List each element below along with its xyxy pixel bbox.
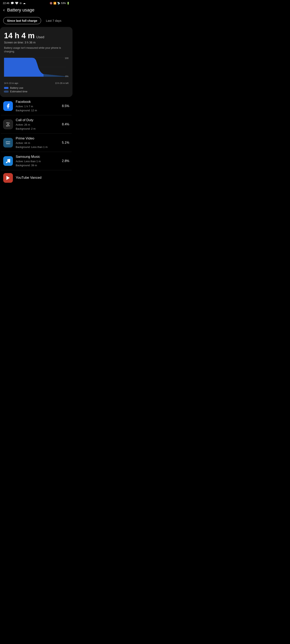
- header: ‹ Battery usage: [0, 6, 73, 16]
- svg-point-9: [6, 162, 8, 163]
- samsung-music-info: Samsung Music Active: Less than 1 m Back…: [16, 155, 57, 167]
- youtube-vanced-info: YouTube Vanced: [16, 176, 69, 180]
- prime-info: Prime Video Active: 44 m Background: Les…: [16, 136, 57, 149]
- youtube-vanced-name: YouTube Vanced: [16, 176, 69, 180]
- facebook-active: Active: 1 h 7 m: [16, 104, 57, 108]
- legend-battery-use: Battery use: [4, 86, 69, 89]
- cod-name: Call of Duty: [16, 118, 57, 122]
- prime-icon-text: primevideo: [6, 141, 10, 145]
- samsung-music-background: Background: 39 m: [16, 164, 57, 168]
- app-item-youtube-vanced[interactable]: YouTube Vanced: [1, 170, 72, 186]
- battery-chart: 100 0%: [4, 57, 69, 81]
- samsung-music-icon: [3, 156, 13, 166]
- tab-last-7-days[interactable]: Last 7 days: [45, 17, 62, 24]
- battery-notice: Battery usage isn't measured while your …: [4, 46, 69, 53]
- prime-pct: 5.1%: [60, 141, 69, 144]
- cod-icon-text: CALLOFDUTY: [6, 122, 10, 127]
- cod-info: Call of Duty Active: 26 m Background: 2 …: [16, 118, 57, 130]
- tab-since-last-charge[interactable]: Since last full charge: [3, 17, 41, 24]
- time-used-big: 14 h 4 m: [4, 32, 35, 40]
- facebook-info: Facebook Active: 1 h 7 m Background: 12 …: [16, 100, 57, 112]
- svg-marker-8: [43, 74, 69, 77]
- svg-point-10: [9, 162, 10, 163]
- page-title: Battery usage: [7, 8, 35, 13]
- facebook-pct: 8.5%: [60, 104, 69, 108]
- legend-striped-icon: [4, 90, 9, 92]
- time-used-row: 14 h 4 m Used: [4, 32, 69, 40]
- app-item-prime[interactable]: primevideo Prime Video Active: 44 m Back…: [1, 134, 72, 152]
- battery-summary-card: 14 h 4 m Used Screen on time: 3 h 36 m B…: [0, 27, 73, 97]
- wifi-icon: 📶: [53, 2, 56, 5]
- cod-pct: 8.4%: [60, 122, 69, 126]
- status-bar: 22:46 💬 🤍 ⊖ ☁ 🔇 📶 📡 53% 🔋: [0, 0, 73, 6]
- chart-0-label: 0%: [65, 75, 69, 78]
- back-button[interactable]: ‹: [3, 8, 5, 13]
- samsung-music-name: Samsung Music: [16, 155, 57, 159]
- svg-marker-4: [4, 58, 69, 77]
- used-label: Used: [36, 35, 44, 39]
- legend-row: Battery use Estimated time: [4, 86, 69, 93]
- svg-marker-11: [7, 176, 10, 180]
- prime-background: Background: Less than 1 m: [16, 145, 57, 149]
- cod-background: Background: 2 m: [16, 127, 57, 131]
- youtube-vanced-icon: [3, 173, 13, 183]
- prime-name: Prime Video: [16, 136, 57, 140]
- samsung-music-pct: 2.8%: [60, 159, 69, 163]
- whatsapp-icon: 💬: [11, 2, 14, 5]
- time-label: 22:46: [3, 2, 10, 5]
- samsung-music-active: Active: Less than 1 m: [16, 160, 57, 164]
- app-item-samsung-music[interactable]: Samsung Music Active: Less than 1 m Back…: [1, 152, 72, 170]
- prime-icon: primevideo: [3, 138, 13, 148]
- app-item-facebook[interactable]: Facebook Active: 1 h 7 m Background: 12 …: [1, 97, 72, 115]
- app-item-cod[interactable]: CALLOFDUTY Call of Duty Active: 26 m Bac…: [1, 115, 72, 134]
- chart-time-left: 14 h 13 m ago: [4, 82, 18, 84]
- facebook-background: Background: 12 m: [16, 108, 57, 112]
- status-left: 22:46 💬 🤍 ⊖ ☁: [3, 2, 26, 5]
- dnd-icon: ⊖: [20, 2, 22, 5]
- app-list: Facebook Active: 1 h 7 m Background: 12 …: [0, 97, 73, 186]
- facebook-icon: [3, 101, 13, 111]
- legend-solid-icon: [4, 87, 9, 89]
- facebook-name: Facebook: [16, 100, 57, 104]
- cloud-icon: ☁: [23, 2, 26, 5]
- battery-icon: 🔋: [67, 2, 70, 5]
- tab-row: Since last full charge Last 7 days: [0, 16, 73, 27]
- health-icon: 🤍: [15, 2, 18, 5]
- battery-chart-svg: [4, 57, 69, 77]
- chart-time-row: 14 h 13 m ago 13 h 26 m left: [4, 82, 69, 84]
- legend-battery-use-label: Battery use: [10, 86, 23, 89]
- legend-estimated-label: Estimated time: [10, 90, 27, 93]
- battery-label: 53%: [61, 2, 66, 5]
- chart-time-right: 13 h 26 m left: [55, 82, 69, 84]
- status-right: 🔇 📶 📡 53% 🔋: [50, 2, 70, 5]
- chart-100-label: 100: [65, 57, 69, 59]
- cod-icon: CALLOFDUTY: [3, 120, 13, 129]
- legend-estimated: Estimated time: [4, 90, 69, 93]
- signal-icon: 📡: [57, 2, 60, 5]
- mute-icon: 🔇: [50, 2, 53, 5]
- screen-on-time: Screen on time: 3 h 36 m: [4, 41, 69, 44]
- cod-active: Active: 26 m: [16, 123, 57, 127]
- prime-active: Active: 44 m: [16, 141, 57, 145]
